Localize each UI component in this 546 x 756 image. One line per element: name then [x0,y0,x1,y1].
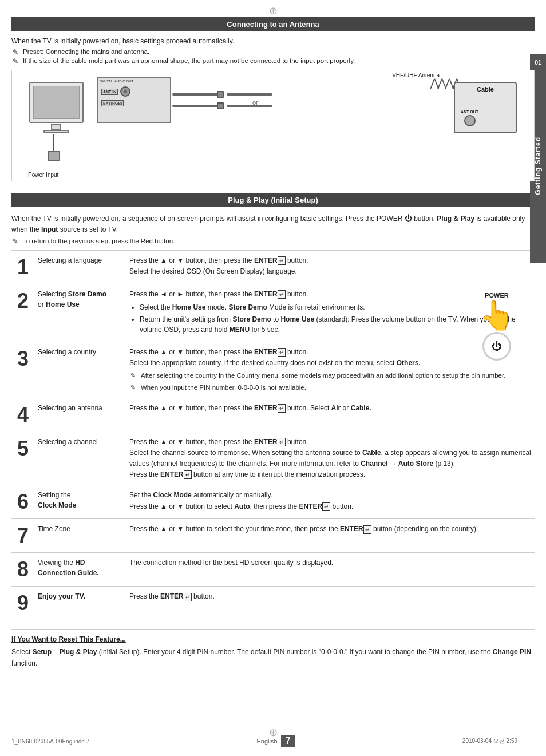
top-cross-marker: ⊕ [269,5,278,17]
ext-label: EXT(RGB) [101,100,124,106]
connector-panel: DIGITAL AUDIO OUT ANT IN EXT(RGB) [97,77,171,123]
step-row-9: 9 Enjoy your TV. Press the ENTER↵ button… [11,587,535,620]
plugplay-intro: When the TV is initially powered on, a s… [11,213,535,235]
plug-left2 [217,102,224,109]
footer-language: English [257,738,278,745]
ant-out-label: ANT OUT [461,110,478,114]
plug-left1 [217,91,224,98]
step-num-3: 3 [11,342,34,398]
step-name-2: Selecting Store Demoor Home Use [34,284,126,342]
side-tab-label: Getting Started [534,137,542,195]
reset-section: If You Want to Reset This Feature... Sel… [11,629,535,668]
step-desc-2: Press the ◄ or ► button, then press the … [126,284,535,342]
page-number: 7 [281,735,295,747]
step-row-7: 7 Time Zone Press the ▲ or ▼ button to s… [11,519,535,553]
antenna-section-header: Connecting to an Antenna [11,17,535,31]
footer: 1_BN68-02655A-00Eng.indd 7 English 7 201… [11,735,517,747]
step-3-note1: After selecting the country in the Count… [129,371,531,381]
reset-text: Select Setup – Plug & Play (Initial Setu… [11,647,535,668]
step-row-3: 3 Selecting a country Press the ▲ or ▼ b… [11,342,535,398]
ant-in-center [124,90,127,93]
power-hand-icon: 👆 [479,301,515,330]
cable-h2 [172,105,218,107]
power-illus-label: POWER [479,292,515,299]
antenna-diagram: DIGITAL AUDIO OUT ANT IN EXT(RGB) [11,70,535,181]
page-wrapper: ⊕ ⊕ 01 Getting Started Connecting to an … [0,0,546,756]
step-name-8: Viewing the HDConnection Guide. [34,553,126,587]
step-desc-1: Press the ▲ or ▼ button, then press the … [126,250,535,284]
plugplay-note: To return to the previous step, press th… [11,238,535,244]
step-num-5: 5 [11,432,34,485]
footer-file: 1_BN68-02655A-00Eng.indd 7 [11,738,89,745]
ext-area: EXT(RGB) [98,99,170,108]
footer-page: English 7 [257,735,295,747]
tv-base [43,130,69,133]
antenna-section: Connecting to an Antenna When the TV is … [11,17,535,181]
step-num-1: 1 [11,250,34,284]
power-plug [48,151,60,161]
reset-title: If You Want to Reset This Feature... [11,635,535,643]
step-row-5: 5 Selecting a channel Press the ▲ or ▼ b… [11,432,535,485]
cable-h3 [227,93,272,96]
step-name-9: Enjoy your TV. [34,587,126,620]
step-name-7: Time Zone [34,519,126,553]
ant-out-port [464,115,476,126]
step-name-6: Setting theClock Mode [34,485,126,519]
step-desc-4: Press the ▲ or ▼ button, then press the … [126,398,535,432]
footer-date: 2010-03-04 오전 2:59 [462,737,517,745]
step-name-3: Selecting a country [34,342,126,398]
step-num-8: 8 [11,553,34,587]
step-num-4: 4 [11,398,34,432]
power-symbol: ⏻ [405,214,412,223]
cable-h4 [227,105,272,107]
step-desc-6: Set the Clock Mode automatically or manu… [126,485,535,519]
step-row-2: 2 Selecting Store Demoor Home Use Press … [11,284,535,342]
step-desc-5: Press the ▲ or ▼ button, then press the … [126,432,535,485]
step-name-1: Selecting a language [34,250,126,284]
step-num-6: 6 [11,485,34,519]
step-num-9: 9 [11,587,34,620]
ant-in-label: ANT IN [101,89,118,95]
step-desc-7: Press the ▲ or ▼ button to select the yo… [126,519,535,553]
connector-labels: DIGITAL AUDIO OUT [98,78,170,84]
power-cable [53,134,54,152]
step-2-bullets: Select the Home Use mode. Store Demo Mod… [129,302,531,335]
tv-body [29,82,84,123]
step-2-bullet-1: Select the Home Use mode. Store Demo Mod… [140,302,531,312]
ant-in-port [120,86,130,97]
step-name-4: Selecting an antenna [34,398,126,432]
step-desc-3: Press the ▲ or ▼ button, then press the … [126,342,535,398]
plugplay-header: Plug & Play (Initial Setup) [11,193,535,207]
step-2-bullet-2: Return the unit's settings from Store De… [140,314,531,335]
step-desc-8: The connection method for the best HD sc… [126,553,535,587]
ant-out-area: ANT OUT [461,110,478,126]
antenna-intro: When the TV is initially powered on, bas… [11,37,535,45]
steps-table: 1 Selecting a language Press the ▲ or ▼ … [11,250,535,621]
step-row-6: 6 Setting theClock Mode Set the Clock Mo… [11,485,535,519]
step-row-4: 4 Selecting an antenna Press the ▲ or ▼ … [11,398,535,432]
step-name-5: Selecting a channel [34,432,126,485]
power-input-label: Power Input [28,172,58,178]
cable-label: Cable [477,86,494,93]
tv-screen [33,86,80,119]
plugplay-section: Plug & Play (Initial Setup) When the TV … [11,193,535,669]
antenna-note2: If the size of the cable mold part was a… [11,57,535,64]
step-num-2: 2 [11,284,34,342]
antenna-note1: Preset: Connecting the mains and antenna… [11,48,535,55]
power-button-circle: ⏻ [482,332,511,361]
cable-h1 [172,93,218,96]
step-row-8: 8 Viewing the HDConnection Guide. The co… [11,553,535,587]
step-num-7: 7 [11,519,34,553]
step-3-note2: When you input the PIN number, 0-0-0-0 i… [129,383,531,393]
step-desc-9: Press the ENTER↵ button. [126,587,535,620]
ant-in-area: ANT IN [98,84,170,99]
step-row-1: 1 Selecting a language Press the ▲ or ▼ … [11,250,535,284]
cable-box: Cable ANT OUT [454,82,517,133]
power-illustration: POWER 👆 ⏻ [479,292,515,363]
